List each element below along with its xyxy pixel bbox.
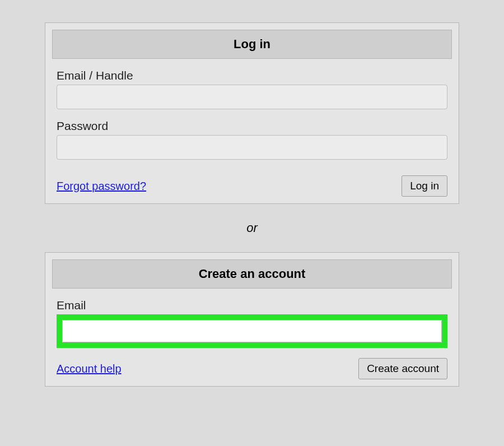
create-account-panel: Create an account Email Account help Cre… xyxy=(45,252,459,387)
create-email-input[interactable] xyxy=(62,320,442,342)
login-email-label: Email / Handle xyxy=(57,69,447,82)
login-password-label: Password xyxy=(57,119,447,133)
create-account-fields: Email Account help Create account xyxy=(52,299,452,379)
forgot-password-link[interactable]: Forgot password? xyxy=(57,180,146,193)
or-divider: or xyxy=(45,221,459,235)
create-email-label: Email xyxy=(57,299,447,312)
account-help-link[interactable]: Account help xyxy=(57,363,122,375)
create-account-footer: Account help Create account xyxy=(57,358,447,379)
login-fields: Email / Handle Password Forgot password?… xyxy=(52,69,452,197)
login-footer: Forgot password? Log in xyxy=(57,175,447,197)
login-email-input[interactable] xyxy=(57,85,447,109)
login-button[interactable]: Log in xyxy=(402,175,447,197)
login-password-input[interactable] xyxy=(57,135,447,160)
login-panel: Log in Email / Handle Password Forgot pa… xyxy=(45,22,459,204)
create-account-button[interactable]: Create account xyxy=(358,358,447,379)
create-account-title: Create an account xyxy=(52,259,452,289)
login-title: Log in xyxy=(52,30,452,59)
highlighted-input-border xyxy=(57,314,447,348)
